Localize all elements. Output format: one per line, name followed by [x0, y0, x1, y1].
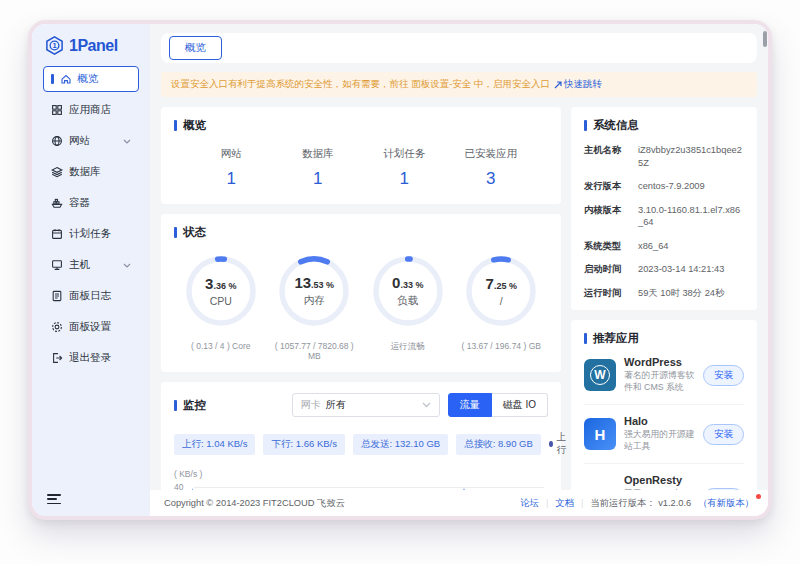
main-content: 概览 设置安全入口有利于提高系统的安全性，如有需要，前往 面板设置-安全 中，启… [150, 24, 768, 516]
stat-cronjobs: 计划任务 1 [361, 147, 448, 189]
system-info-card: 系统信息 主机名称 iZ8vbbyz2u3851c1bqee25Z 发行版本 c… [571, 107, 757, 310]
quick-jump-link[interactable]: 快速跳转 [554, 78, 602, 91]
security-banner: 设置安全入口有利于提高系统的安全性，如有需要，前往 面板设置-安全 中，启用安全… [161, 72, 757, 97]
version-text: 当前运行版本： v1.2.0.6 [590, 497, 691, 510]
tab-overview[interactable]: 概览 [169, 36, 222, 60]
hostname-row: 主机名称 iZ8vbbyz2u3851c1bqee25Z [584, 144, 744, 169]
sidebar-item-label: 退出登录 [69, 351, 111, 365]
install-wordpress-button[interactable]: 安装 [703, 365, 744, 386]
stat-installed-apps: 已安装应用 3 [448, 147, 535, 189]
forum-link[interactable]: 论坛 [520, 497, 539, 510]
collapse-sidebar-icon[interactable] [47, 494, 61, 507]
total-sent-badge: 总发送: 132.10 GB [353, 434, 448, 455]
stat-databases: 数据库 1 [275, 147, 362, 189]
system-info-title: 系统信息 [584, 118, 744, 133]
monitor-card-title: 监控 [174, 398, 206, 413]
docs-link[interactable]: 文档 [555, 497, 574, 510]
chevron-down-icon [123, 139, 131, 144]
app-window: 1 1Panel 概览 应用商店 网站 [28, 20, 772, 520]
disk-io-button[interactable]: 磁盘 IO [492, 393, 548, 417]
sidebar-item-host[interactable]: 主机 [43, 252, 139, 278]
sidebar-item-cronjob[interactable]: 计划任务 [43, 221, 139, 247]
sidebar-item-label: 面板日志 [69, 289, 111, 303]
recommended-apps-title: 推荐应用 [584, 331, 744, 346]
sidebar-item-label: 数据库 [69, 165, 101, 179]
settings-icon [51, 321, 63, 333]
halo-icon: H [584, 418, 616, 450]
container-icon [51, 197, 63, 209]
cronjob-icon [51, 228, 63, 240]
status-card-title: 状态 [174, 225, 548, 240]
website-icon [51, 135, 63, 147]
new-version-link[interactable]: （有新版本） [698, 497, 754, 510]
total-received-badge: 总接收: 8.90 GB [456, 434, 541, 455]
legend-upload[interactable]: 上行 [549, 431, 569, 457]
sidebar-item-overview[interactable]: 概览 [43, 66, 139, 92]
chevron-down-icon [123, 263, 131, 268]
sidebar-item-label: 概览 [78, 72, 99, 86]
appstore-icon [51, 104, 63, 116]
sidebar-item-website[interactable]: 网站 [43, 128, 139, 154]
gauge-load: 0.33 %负载 运行流畅 [361, 254, 455, 361]
download-rate-badge: 下行: 1.66 KB/s [263, 434, 344, 455]
database-icon [51, 166, 63, 178]
sidebar-item-label: 主机 [69, 258, 90, 272]
app-row-halo: H Halo 强大易用的开源建站工具 安装 [584, 405, 744, 464]
sidebar-menu: 概览 应用商店 网站 数据库 容器 [32, 64, 150, 516]
overview-card-title: 概览 [174, 118, 548, 133]
banner-text: 设置安全入口有利于提高系统的安全性，如有需要，前往 面板设置-安全 中，启用安全… [171, 78, 550, 91]
boot-time-row: 启动时间 2023-03-14 14:21:43 [584, 263, 744, 276]
network-card-select[interactable]: 网卡 所有 [292, 393, 440, 417]
sidebar-item-panel-logs[interactable]: 面板日志 [43, 283, 139, 309]
gauges-row: 3.36 %CPU ( 0.13 / 4 ) Core 13.53 %内存 ( … [174, 254, 548, 361]
home-icon [60, 73, 72, 85]
sidebar-item-label: 网站 [69, 134, 90, 148]
footer: Copyright © 2014-2023 FIT2CLOUD 飞致云 论坛 |… [150, 490, 768, 516]
stat-value[interactable]: 1 [275, 169, 362, 189]
logs-icon [51, 290, 63, 302]
sidebar-item-panel-settings[interactable]: 面板设置 [43, 314, 139, 340]
logout-icon [51, 352, 63, 364]
gauge-disk-root: 7.25 %/ ( 13.67 / 196.74 ) GB [455, 254, 549, 361]
brand-name: 1Panel [69, 37, 118, 55]
gauge-memory: 13.53 %内存 ( 1057.77 / 7820.68 ) MB [268, 254, 362, 361]
sidebar-item-label: 容器 [69, 196, 90, 210]
sidebar-item-label: 应用商店 [69, 103, 111, 117]
stat-websites: 网站 1 [188, 147, 275, 189]
scrollbar-thumb[interactable] [763, 31, 767, 47]
sidebar-item-label: 计划任务 [69, 227, 111, 241]
upload-rate-badge: 上行: 1.04 KB/s [174, 434, 255, 455]
stat-value[interactable]: 1 [188, 169, 275, 189]
chart-y-unit: ( KB/s ) [174, 469, 548, 479]
host-icon [51, 259, 63, 271]
install-halo-button[interactable]: 安装 [703, 424, 744, 445]
stat-value[interactable]: 3 [448, 169, 535, 189]
chevron-down-icon [422, 402, 431, 408]
sidebar-item-appstore[interactable]: 应用商店 [43, 97, 139, 123]
recommended-apps-card: 推荐应用 W WordPress 著名的开源博客软件和 CMS 系统 安装 H [571, 320, 757, 516]
wordpress-icon: W [584, 359, 616, 391]
1panel-logo-icon: 1 [45, 36, 64, 55]
sidebar-item-logout[interactable]: 退出登录 [43, 345, 139, 371]
sidebar: 1 1Panel 概览 应用商店 网站 [32, 24, 150, 516]
stat-value[interactable]: 1 [361, 169, 448, 189]
overview-card: 概览 网站 1 数据库 1 计划任务 1 [161, 107, 561, 204]
uptime-row: 运行时间 59天 10时 38分 24秒 [584, 287, 744, 300]
gauge-cpu: 3.36 %CPU ( 0.13 / 4 ) Core [174, 254, 268, 361]
app-row-wordpress: W WordPress 著名的开源博客软件和 CMS 系统 安装 [584, 346, 744, 405]
status-card: 状态 3.36 %CPU ( 0.13 / 4 ) Core 13.53 %内存 [161, 214, 561, 372]
brand-logo: 1 1Panel [32, 24, 150, 64]
traffic-button[interactable]: 流量 [448, 393, 492, 417]
release-row: 发行版本 centos-7.9.2009 [584, 180, 744, 193]
sidebar-item-container[interactable]: 容器 [43, 190, 139, 216]
arch-row: 系统类型 x86_64 [584, 240, 744, 253]
sidebar-item-database[interactable]: 数据库 [43, 159, 139, 185]
tab-bar: 概览 [161, 33, 757, 63]
copyright-text: Copyright © 2014-2023 FIT2CLOUD 飞致云 [164, 497, 345, 510]
sidebar-item-label: 面板设置 [69, 320, 111, 334]
jump-icon [554, 81, 562, 89]
active-indicator [51, 74, 54, 84]
kernel-row: 内核版本 3.10.0-1160.81.1.el7.x86_64 [584, 204, 744, 229]
